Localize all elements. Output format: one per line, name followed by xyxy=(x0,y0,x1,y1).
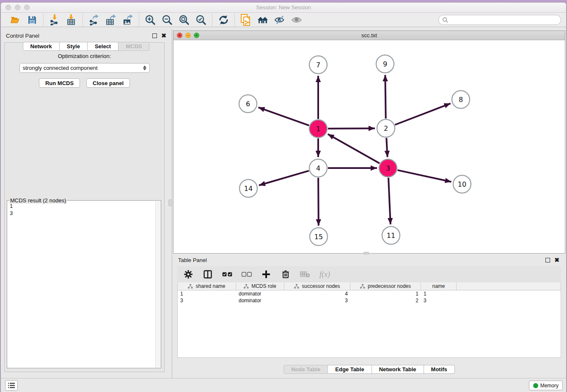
node-14[interactable]: 14 xyxy=(239,179,257,197)
search-input[interactable] xyxy=(450,17,557,23)
tab-motifs[interactable]: Motifs xyxy=(424,365,455,374)
zoom-fit-icon[interactable] xyxy=(179,14,190,25)
node-2[interactable]: 2 xyxy=(377,119,395,137)
column-header-successor-nodes[interactable]: successor nodes xyxy=(284,282,350,290)
export-image-icon[interactable] xyxy=(122,14,133,25)
memory-button[interactable]: Memory xyxy=(529,381,563,390)
node-6[interactable]: 6 xyxy=(239,95,257,113)
close-panel-button[interactable]: Close panel xyxy=(86,78,130,88)
svg-text:3: 3 xyxy=(386,164,390,172)
table-cell[interactable]: 3 xyxy=(421,297,457,304)
node-3[interactable]: 3 xyxy=(379,159,397,177)
first-neighbors-icon[interactable] xyxy=(257,14,268,25)
delete-column-icon[interactable] xyxy=(281,269,291,279)
task-history-button[interactable] xyxy=(5,380,18,391)
run-mcds-button[interactable]: Run MCDS xyxy=(39,78,80,88)
edge-1-2[interactable] xyxy=(328,128,375,129)
network-maximize-button[interactable]: + xyxy=(194,33,199,38)
table-cell[interactable]: 2 xyxy=(350,297,421,304)
column-header-MCDS-role[interactable]: MCDS role xyxy=(236,282,284,290)
column-header-predecessor-nodes[interactable]: predecessor nodes xyxy=(350,282,421,290)
edge-3-10[interactable] xyxy=(397,170,451,182)
edge-4-14[interactable] xyxy=(259,171,309,185)
node-table[interactable]: shared nameMCDS rolesuccessor nodesprede… xyxy=(177,282,561,358)
control-panel-tabs: NetworkStyleSelectMCDS xyxy=(1,42,171,51)
add-column-icon[interactable] xyxy=(261,269,271,279)
table-cell[interactable]: 1 xyxy=(350,290,421,297)
table-panel: Table Panel ✖ xyxy=(173,254,565,377)
show-columns-icon[interactable] xyxy=(203,269,213,279)
node-7[interactable]: 7 xyxy=(309,56,327,74)
edge-2-8[interactable] xyxy=(395,103,450,124)
column-type-icon xyxy=(294,284,299,289)
optimization-criterion-label: Optimization criterion: xyxy=(5,53,164,59)
tab-select[interactable]: Select xyxy=(88,42,118,51)
mcds-result-text[interactable]: 1 3 xyxy=(7,202,155,368)
export-table-icon[interactable] xyxy=(105,14,116,25)
table-cell[interactable]: 3 xyxy=(284,297,350,304)
table-cell[interactable]: 1 xyxy=(421,290,457,297)
svg-text:9: 9 xyxy=(383,60,387,68)
clone-network-icon[interactable] xyxy=(240,14,251,25)
tab-edge-table[interactable]: Edge Table xyxy=(328,365,372,374)
show-all-icon[interactable] xyxy=(291,14,302,25)
column-header-shared-name[interactable]: shared name xyxy=(178,282,236,290)
close-panel-icon[interactable]: ✖ xyxy=(161,33,166,38)
node-1[interactable]: 1 xyxy=(309,120,327,138)
table-row[interactable]: 3dominator323 xyxy=(178,297,561,304)
table-cell[interactable]: 1 xyxy=(178,290,236,297)
edge-3-11[interactable] xyxy=(388,178,391,224)
node-10[interactable]: 10 xyxy=(453,175,471,193)
zoom-in-icon[interactable] xyxy=(145,14,156,25)
table-cell[interactable]: dominator xyxy=(236,290,284,297)
result-scrollbar[interactable] xyxy=(155,201,161,367)
edge-3-1[interactable] xyxy=(328,134,380,163)
node-8[interactable]: 8 xyxy=(452,91,470,108)
tab-style[interactable]: Style xyxy=(60,42,88,51)
memory-label: Memory xyxy=(540,383,559,389)
float-table-panel-icon[interactable] xyxy=(545,258,550,262)
network-graph[interactable]: 1234678910111415 xyxy=(173,40,565,253)
search-field[interactable] xyxy=(438,15,561,25)
edge-1-6[interactable] xyxy=(258,108,309,126)
edge-4-15[interactable] xyxy=(318,178,319,226)
tab-network-table[interactable]: Network Table xyxy=(372,365,424,374)
network-close-button[interactable]: ✕ xyxy=(177,33,182,38)
zoom-selected-icon[interactable] xyxy=(195,14,206,25)
node-9[interactable]: 9 xyxy=(376,55,394,73)
delete-table-icon xyxy=(300,269,310,279)
svg-text:15: 15 xyxy=(314,233,323,241)
edge-2-9[interactable] xyxy=(385,75,385,119)
network-minimize-button[interactable]: – xyxy=(185,33,191,38)
hide-selected-icon[interactable] xyxy=(274,14,285,25)
select-all-checkboxes-icon[interactable] xyxy=(222,269,232,279)
zoom-out-icon[interactable] xyxy=(162,14,173,25)
import-network-icon[interactable] xyxy=(49,14,60,25)
edge-2-3[interactable] xyxy=(386,138,387,157)
node-11[interactable]: 11 xyxy=(382,226,400,244)
close-table-panel-icon[interactable]: ✖ xyxy=(554,258,559,262)
tab-network[interactable]: Network xyxy=(23,42,60,51)
float-panel-icon[interactable] xyxy=(152,33,157,38)
settings-gear-icon[interactable] xyxy=(183,269,193,279)
network-window-titlebar: ✕ – + scc.txt xyxy=(173,31,565,40)
table-row[interactable]: 1dominator411 xyxy=(178,290,561,297)
deselect-all-checkboxes-icon[interactable] xyxy=(242,269,252,279)
tab-mcds[interactable]: MCDS xyxy=(118,42,149,51)
node-4[interactable]: 4 xyxy=(309,159,327,177)
open-session-icon[interactable] xyxy=(10,14,21,25)
import-table-icon[interactable] xyxy=(66,14,77,25)
table-cell[interactable]: 3 xyxy=(178,297,236,304)
table-cell[interactable]: dominator xyxy=(236,297,284,304)
criterion-select[interactable]: strongly connected component xyxy=(19,63,150,73)
column-header-name[interactable]: name xyxy=(421,282,457,290)
svg-text:7: 7 xyxy=(316,61,320,69)
table-cell[interactable]: 4 xyxy=(284,290,350,297)
node-table-header: shared nameMCDS rolesuccessor nodesprede… xyxy=(178,282,561,290)
network-canvas[interactable]: 1234678910111415 xyxy=(173,40,565,253)
export-network-icon[interactable] xyxy=(88,14,99,25)
node-15[interactable]: 15 xyxy=(310,228,328,246)
refresh-icon[interactable] xyxy=(218,14,229,25)
tab-node-table[interactable]: Node Table xyxy=(284,365,328,374)
save-session-icon[interactable] xyxy=(27,14,38,25)
